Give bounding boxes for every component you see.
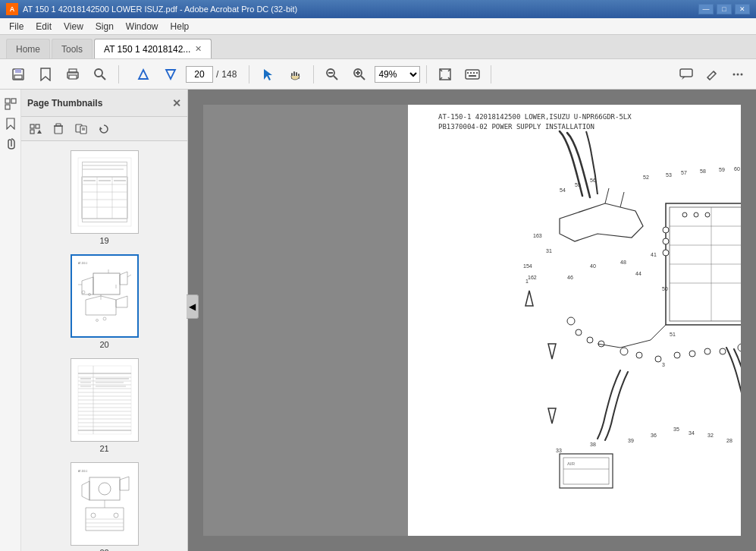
main-content: Page Thumbnails ✕ [0, 90, 756, 551]
svg-text:28: 28 [726, 438, 732, 443]
page-thumbnails-icon[interactable] [2, 96, 19, 112]
sidebar-close-button[interactable]: ✕ [172, 97, 181, 109]
toolbar: / 148 49% 25% 50% 75% 100% 125% 150% 200… [0, 59, 756, 90]
next-page-button[interactable] [158, 63, 183, 86]
svg-rect-2 [14, 75, 22, 79]
bookmark-button[interactable] [33, 63, 58, 86]
svg-rect-6 [69, 75, 77, 79]
thumbnail-22-image: AT-150-1 [74, 466, 135, 542]
svg-text:AT-150-1: AT-150-1 [78, 262, 87, 265]
hand-tool-button[interactable] [283, 63, 307, 86]
svg-point-171 [636, 352, 642, 358]
svg-rect-48 [55, 126, 62, 134]
svg-text:53: 53 [666, 172, 672, 178]
thumbnail-grid-button[interactable] [26, 120, 45, 138]
svg-point-174 [689, 351, 695, 357]
delete-pages-button[interactable] [49, 120, 68, 138]
save-button[interactable] [6, 63, 30, 86]
svg-point-172 [655, 356, 661, 362]
search-button[interactable] [88, 63, 112, 86]
svg-point-177 [738, 344, 741, 351]
menu-edit[interactable]: Edit [30, 20, 58, 33]
zoom-select[interactable]: 49% 25% 50% 75% 100% 125% 150% 200% [375, 66, 420, 83]
diagram-svg: 1 5 2 4 40 46 48 44 41 50 51 6 7 8 9 10 … [408, 128, 741, 536]
print-button[interactable] [61, 63, 85, 86]
bookmarks-panel-icon[interactable] [2, 115, 19, 132]
menu-file[interactable]: File [3, 20, 30, 33]
replace-pages-button[interactable] [71, 120, 91, 138]
thumbnail-21-box [71, 358, 139, 442]
zoom-out-button[interactable] [320, 63, 344, 86]
svg-line-139 [620, 192, 624, 207]
page-number-input[interactable] [186, 66, 213, 83]
select-tool-button[interactable] [256, 63, 280, 86]
sidebar-header: Page Thumbnails ✕ [21, 90, 187, 117]
svg-point-136 [663, 238, 669, 244]
separator-1 [118, 65, 119, 83]
left-panel-icons [0, 90, 21, 551]
svg-rect-40 [5, 99, 10, 103]
svg-rect-41 [11, 99, 16, 103]
rotate-reset-button[interactable] [94, 120, 114, 138]
pen-button[interactable] [700, 63, 724, 86]
svg-text:154: 154 [523, 263, 532, 269]
menu-sign[interactable]: Sign [89, 20, 120, 33]
menu-window[interactable]: Window [120, 20, 165, 33]
menu-help[interactable]: Help [165, 20, 196, 33]
tab-home[interactable]: Home [6, 39, 50, 58]
thumbnail-22-box: AT-150-1 [71, 462, 139, 546]
more-tools-button[interactable] [726, 63, 750, 86]
svg-rect-45 [36, 124, 39, 128]
zoom-in-button[interactable] [347, 63, 372, 86]
close-button[interactable]: ✕ [735, 4, 750, 14]
window-controls: — □ ✕ [698, 4, 750, 14]
thumbnail-19[interactable]: 19 [21, 147, 187, 248]
svg-marker-10 [166, 70, 175, 79]
svg-rect-70 [74, 258, 135, 334]
svg-rect-183 [560, 454, 613, 488]
svg-text:3: 3 [662, 362, 665, 367]
thumbnail-20-label: 20 [99, 340, 108, 349]
svg-text:41: 41 [651, 252, 657, 257]
attachments-panel-icon[interactable] [2, 135, 19, 152]
sidebar-toolbar [21, 117, 187, 141]
svg-text:38: 38 [590, 442, 596, 447]
svg-text:32: 32 [707, 433, 714, 438]
pdf-view-area[interactable]: AT-150-1 42018142500 LOWER,ISUZU U-NPR66… [188, 90, 756, 551]
svg-marker-9 [139, 70, 148, 79]
comment-button[interactable] [674, 63, 698, 86]
svg-text:59: 59 [719, 167, 725, 172]
svg-point-166 [567, 317, 575, 325]
sidebar-collapse-button[interactable]: ◀ [187, 294, 199, 319]
svg-text:AT-150-1: AT-150-1 [78, 470, 87, 473]
app-icon: A [6, 3, 18, 15]
tab-document[interactable]: AT 150 1 42018142... ✕ [94, 39, 212, 58]
thumbnail-20[interactable]: AT-150-1 [21, 251, 187, 352]
svg-rect-42 [5, 105, 10, 109]
svg-marker-213 [548, 408, 556, 423]
tab-close-icon[interactable]: ✕ [195, 44, 202, 54]
sidebar-title: Page Thumbnails [27, 98, 102, 109]
menu-view[interactable]: View [58, 20, 89, 33]
svg-marker-11 [264, 69, 272, 80]
svg-point-135 [663, 227, 669, 233]
svg-text:51: 51 [670, 332, 676, 337]
maximize-button[interactable]: □ [717, 4, 732, 14]
tab-tools[interactable]: Tools [52, 39, 93, 58]
thumbnail-22[interactable]: AT-150-1 [21, 459, 187, 551]
svg-line-138 [605, 188, 609, 203]
svg-text:56: 56 [590, 178, 596, 183]
pdf-page-left [203, 105, 408, 536]
svg-text:34: 34 [689, 430, 695, 436]
fit-page-button[interactable] [433, 63, 457, 86]
prev-page-button[interactable] [131, 63, 155, 86]
minimize-button[interactable]: — [698, 4, 714, 14]
svg-rect-56 [74, 154, 135, 230]
tab-bar: Home Tools AT 150 1 42018142... ✕ [0, 35, 756, 59]
svg-marker-43 [7, 118, 14, 129]
separator-5 [491, 65, 491, 83]
thumbnails-panel: 19 AT-150-1 [21, 141, 187, 551]
svg-marker-134 [548, 344, 556, 359]
thumbnail-21[interactable]: 21 [21, 355, 187, 456]
keyboard-button[interactable] [460, 63, 485, 86]
